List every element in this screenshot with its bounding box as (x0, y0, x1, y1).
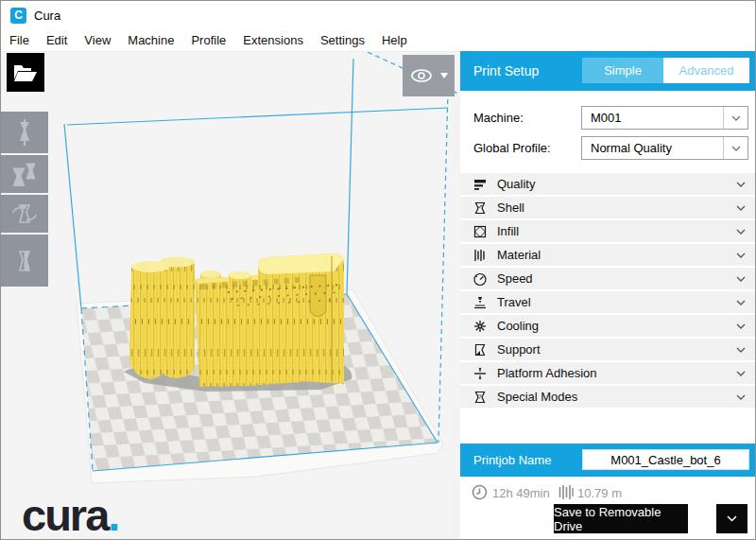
menu-item-settings[interactable]: Settings (319, 31, 366, 49)
printjob-name-label: Printjob Name (473, 453, 551, 467)
mirror-tool-icon (11, 249, 38, 273)
menu-item-profile[interactable]: Profile (190, 31, 227, 49)
cooling-icon (472, 319, 489, 334)
move-tool-button[interactable] (1, 112, 48, 153)
3d-viewport[interactable]: cura. (1, 52, 460, 540)
caret-down-icon (440, 73, 448, 78)
section-label: Speed (497, 271, 736, 286)
cura-window: C Cura FileEditViewMachineProfileExtensi… (0, 0, 756, 540)
section-row-special-modes[interactable]: ?Special Modes (460, 386, 756, 408)
section-row-speed[interactable]: Speed (460, 268, 756, 289)
global-profile-label: Global Profile: (473, 141, 551, 155)
machine-dropdown-caret[interactable] (723, 107, 747, 129)
settings-sections: QualityShellInfillMaterialSpeedTravelCoo… (460, 173, 756, 409)
menu-item-extensions[interactable]: Extensions (242, 31, 304, 49)
mirror-tool-button[interactable] (1, 235, 48, 287)
global-profile-value: Normal Quality (582, 141, 723, 155)
chevron-down-icon (727, 515, 737, 522)
chevron-down-icon[interactable] (736, 182, 746, 187)
printjob-name-input[interactable] (582, 449, 749, 470)
simple-mode-button[interactable]: Simple (582, 58, 663, 83)
save-to-removable-drive-button[interactable]: Save to Removable Drive (554, 504, 688, 533)
section-row-quality[interactable]: Quality (460, 173, 756, 195)
build-volume-scene (1, 52, 460, 540)
section-label: Material (497, 248, 736, 262)
move-tool-icon (12, 119, 37, 146)
open-file-button[interactable] (7, 53, 44, 92)
menu-item-edit[interactable]: Edit (45, 31, 68, 49)
chevron-down-icon[interactable] (736, 300, 746, 305)
section-label: Infill (497, 224, 736, 238)
speed-icon (472, 271, 489, 287)
section-label: Cooling (497, 319, 736, 333)
scale-tool-icon (10, 162, 39, 186)
section-row-platform-adhesion[interactable]: Platform Adhesion (460, 362, 756, 384)
scale-tool-button[interactable] (1, 155, 48, 193)
section-label: Support (497, 342, 736, 357)
eye-icon (410, 67, 437, 84)
section-label: Platform Adhesion (497, 366, 736, 380)
castle-model (129, 253, 344, 387)
adhesion-icon (472, 366, 489, 381)
machine-value: M001 (582, 111, 723, 125)
section-row-travel[interactable]: Travel (460, 291, 756, 313)
section-label: Special Modes (497, 390, 736, 404)
print-setup-title: Print Setup (473, 63, 539, 78)
clock-icon (472, 484, 488, 500)
chevron-down-icon[interactable] (736, 323, 746, 329)
rotate-tool-icon (11, 201, 38, 226)
menu-item-file[interactable]: File (9, 31, 30, 49)
global-profile-dropdown[interactable]: Normal Quality (581, 136, 748, 160)
material-icon (472, 248, 489, 263)
section-label: Quality (497, 177, 736, 191)
shell-icon (472, 200, 489, 216)
infill-icon (472, 224, 489, 239)
special-modes-icon: ? (472, 390, 489, 405)
chevron-down-icon[interactable] (736, 229, 746, 235)
chevron-down-icon[interactable] (736, 205, 746, 211)
section-label: Travel (497, 295, 736, 309)
machine-dropdown[interactable]: M001 (581, 106, 748, 130)
print-setup-panel: Print Setup Simple Advanced Machine: M00… (460, 1, 756, 540)
chevron-down-icon[interactable] (736, 394, 746, 400)
menu-item-view[interactable]: View (83, 31, 112, 49)
svg-text:?: ? (478, 393, 482, 400)
travel-icon (472, 295, 489, 310)
machine-label: Machine: (473, 111, 524, 125)
menu-item-machine[interactable]: Machine (127, 31, 175, 49)
save-options-button[interactable] (716, 504, 747, 533)
print-time: 12h 49min (492, 486, 550, 500)
chevron-down-icon (731, 146, 741, 151)
section-row-material[interactable]: Material (460, 244, 756, 266)
window-title: Cura (34, 9, 60, 23)
section-label: Shell (497, 200, 736, 215)
section-row-support[interactable]: Support (460, 339, 756, 360)
cura-app-icon: C (10, 8, 26, 24)
quality-icon (472, 177, 489, 192)
section-row-infill[interactable]: Infill (460, 220, 756, 242)
chevron-down-icon[interactable] (736, 347, 746, 353)
filament-length: 10.79 m (577, 486, 622, 500)
chevron-down-icon (731, 115, 741, 121)
rotate-tool-button[interactable] (1, 195, 48, 233)
menu-item-help[interactable]: Help (381, 31, 408, 49)
chevron-down-icon[interactable] (736, 371, 746, 376)
global-profile-dropdown-caret[interactable] (723, 137, 747, 159)
section-row-shell[interactable]: Shell (460, 197, 756, 218)
open-file-icon (13, 63, 38, 82)
chevron-down-icon[interactable] (736, 276, 746, 282)
filament-icon (558, 484, 574, 500)
chevron-down-icon[interactable] (736, 253, 746, 258)
cura-logo: cura. (22, 489, 118, 540)
section-row-cooling[interactable]: Cooling (460, 315, 756, 337)
support-icon (472, 342, 489, 357)
view-mode-button[interactable] (403, 55, 455, 96)
print-setup-header: Print Setup Simple Advanced (460, 51, 756, 91)
advanced-mode-button[interactable]: Advanced (663, 58, 749, 83)
